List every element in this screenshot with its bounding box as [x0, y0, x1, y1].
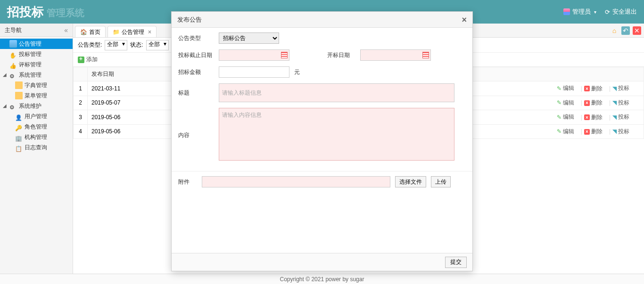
- nav-label: 日志查询: [25, 142, 47, 153]
- row-idx: 4: [74, 124, 88, 139]
- content-textarea[interactable]: [219, 108, 454, 161]
- nav-tree: 公告管理✋投标管理👍评标管理◢⚙系统管理字典管理菜单管理◢⚙系统维护👤用户管理🔑…: [0, 37, 73, 154]
- bulletin-icon: [9, 40, 17, 48]
- opendate-label: 开标日期: [327, 51, 355, 59]
- sidebar-item-公告管理[interactable]: 公告管理: [0, 39, 73, 49]
- delete-button[interactable]: × 删除: [584, 128, 603, 136]
- upload-button[interactable]: 上传: [431, 176, 451, 187]
- row-idx: 3: [74, 110, 88, 125]
- bid-button[interactable]: ◥ 投标: [612, 99, 629, 107]
- amount-label: 招标金额: [178, 68, 214, 76]
- row-idx: 1: [74, 81, 88, 96]
- calendar-icon[interactable]: [281, 52, 288, 58]
- sidebar-item-角色管理[interactable]: 🔑角色管理: [0, 122, 73, 132]
- dialog-header[interactable]: 发布公告 ×: [172, 12, 472, 28]
- submit-button[interactable]: 提交: [445, 257, 467, 268]
- dialog-close-icon[interactable]: ×: [462, 12, 467, 28]
- bid-button[interactable]: ◥ 投标: [612, 84, 629, 92]
- pencil-icon: ✎: [557, 114, 561, 121]
- flag-icon: ◥: [612, 128, 617, 135]
- choose-file-button[interactable]: 选择文件: [395, 176, 426, 187]
- nav-label: 公告管理: [19, 39, 41, 49]
- tabs-close-icon[interactable]: ✕: [633, 26, 641, 35]
- tab-label: 公告管理: [122, 26, 144, 38]
- calendar-icon[interactable]: [422, 52, 429, 58]
- flag-icon: ◥: [612, 114, 617, 121]
- filter-type-select[interactable]: 全部 ▾: [105, 40, 127, 50]
- tabs-home-icon[interactable]: ⌂: [610, 26, 619, 35]
- tab-icon: 🏠: [80, 26, 87, 38]
- attach-input[interactable]: [202, 176, 390, 187]
- type-select[interactable]: 招标公告: [219, 32, 279, 44]
- sidebar-header: 主导航 «: [0, 24, 73, 37]
- edit-button[interactable]: ✎ 编辑: [557, 84, 574, 92]
- gear-icon: ⚙: [9, 71, 17, 79]
- amount-input[interactable]: [219, 66, 289, 78]
- filter-status-label: 状态:: [130, 41, 143, 49]
- sidebar: 主导航 « 公告管理✋投标管理👍评标管理◢⚙系统管理字典管理菜单管理◢⚙系统维护…: [0, 24, 73, 274]
- sidebar-collapse-icon[interactable]: «: [64, 24, 68, 37]
- gear-icon: ⚙: [9, 102, 17, 110]
- nav-label: 系统管理: [19, 70, 41, 80]
- header-right: 管理员 ▾ ⟳ 安全退出: [563, 8, 637, 16]
- bid-button[interactable]: ◥ 投标: [612, 113, 629, 121]
- sidebar-item-机构管理[interactable]: 🏢机构管理: [0, 132, 73, 142]
- sidebar-item-投标管理[interactable]: ✋投标管理: [0, 49, 73, 59]
- user-menu[interactable]: 管理员 ▾: [563, 8, 596, 16]
- nav-label: 投标管理: [19, 49, 41, 59]
- nav-label: 系统维护: [19, 101, 41, 111]
- publish-dialog: 发布公告 × 公告类型 招标公告 投标截止日期 开标日: [171, 11, 473, 271]
- folder2-icon: [15, 92, 23, 99]
- edit-button[interactable]: ✎ 编辑: [557, 113, 574, 121]
- chevron-down-icon: ▾: [594, 9, 596, 15]
- tab-label: 首页: [89, 26, 100, 38]
- user-label: 管理员: [572, 8, 591, 16]
- sidebar-item-用户管理[interactable]: 👤用户管理: [0, 111, 73, 122]
- delete-button[interactable]: × 删除: [584, 85, 603, 93]
- sidebar-item-日志查询[interactable]: 📋日志查询: [0, 142, 73, 153]
- pencil-icon: ✎: [557, 99, 561, 106]
- edit-button[interactable]: ✎ 编辑: [557, 128, 574, 136]
- edit-button[interactable]: ✎ 编辑: [557, 99, 574, 107]
- opendate-input[interactable]: [360, 49, 431, 61]
- delete-button[interactable]: × 删除: [584, 99, 603, 107]
- tabs-back-icon[interactable]: ↶: [621, 26, 630, 35]
- title-field-label: 标题: [178, 89, 214, 97]
- deadline-input[interactable]: [219, 49, 289, 61]
- title-input[interactable]: [219, 83, 454, 102]
- filter-status-select[interactable]: 全部 ▾: [146, 40, 169, 50]
- org-icon: 🏢: [15, 133, 23, 141]
- nav-label: 菜单管理: [25, 90, 47, 101]
- bid-button[interactable]: ◥ 投标: [612, 128, 629, 136]
- type-label: 公告类型: [178, 34, 214, 42]
- row-idx: 2: [74, 96, 88, 110]
- add-label: 添加: [86, 56, 98, 64]
- dialog-body: 公告类型 招标公告 投标截止日期 开标日期: [172, 28, 472, 253]
- logout-button[interactable]: ⟳ 安全退出: [605, 8, 637, 16]
- sidebar-item-字典管理[interactable]: 字典管理: [0, 80, 73, 90]
- sidebar-item-系统管理[interactable]: ◢⚙系统管理: [0, 70, 73, 80]
- delete-icon: ×: [584, 129, 590, 135]
- delete-icon: ×: [584, 100, 590, 106]
- nav-label: 评标管理: [19, 59, 41, 70]
- tab-首页[interactable]: 🏠首页: [75, 26, 106, 37]
- delete-button[interactable]: × 删除: [584, 114, 603, 122]
- logout-icon: ⟳: [605, 8, 610, 16]
- logout-label: 安全退出: [612, 8, 637, 16]
- sidebar-item-系统维护[interactable]: ◢⚙系统维护: [0, 101, 73, 111]
- tab-close-icon[interactable]: ×: [148, 26, 151, 38]
- sidebar-item-菜单管理[interactable]: 菜单管理: [0, 90, 73, 101]
- add-button[interactable]: 添加: [78, 56, 98, 64]
- sidebar-item-评标管理[interactable]: 👍评标管理: [0, 59, 73, 70]
- tab-公告管理[interactable]: 📁公告管理×: [107, 26, 157, 37]
- header-left: 招投标 管理系统: [7, 4, 84, 20]
- tree-toggle-icon[interactable]: ◢: [2, 70, 8, 80]
- app-title: 招投标: [7, 4, 44, 20]
- app-subtitle: 管理系统: [47, 7, 84, 19]
- hand-icon: ✋: [9, 50, 17, 58]
- plus-icon: [78, 57, 84, 63]
- tree-toggle-icon[interactable]: ◢: [2, 101, 8, 111]
- dialog-title: 发布公告: [177, 12, 202, 28]
- tabs-tools: ⌂ ↶ ✕: [610, 26, 641, 35]
- user-icon: [563, 8, 570, 15]
